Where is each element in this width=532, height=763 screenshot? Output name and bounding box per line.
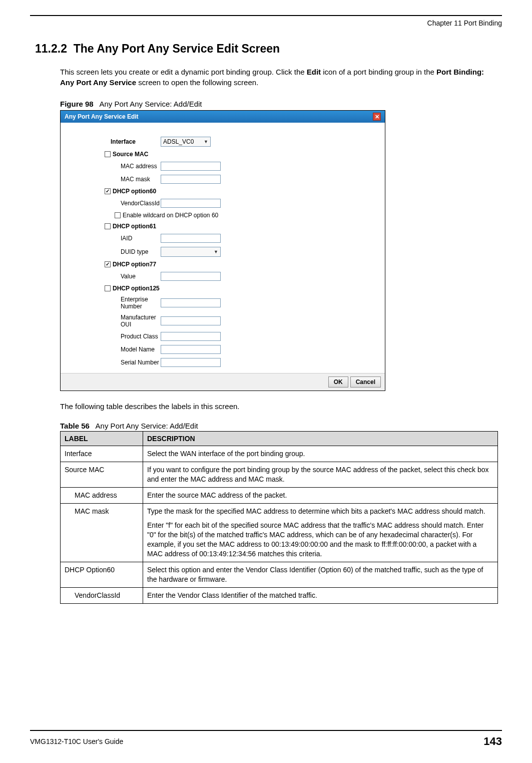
enterprise-number-input[interactable]	[161, 298, 221, 307]
enable-wildcard-label: Enable wildcard on DHCP option 60	[123, 212, 218, 219]
td-desc: Select this option and enter the Vendor …	[143, 562, 498, 588]
table-row: VendorClassId Enter the Vendor Class Ide…	[61, 587, 498, 603]
post-figure-text: The following table describes the labels…	[60, 402, 502, 411]
dhcp77-label: DHCP option77	[113, 261, 156, 268]
enterprise-number-label: Enterprise Number	[71, 296, 161, 310]
intro-t3: icon of a port binding group in the	[321, 68, 436, 76]
mac-address-input[interactable]	[161, 162, 221, 171]
chevron-down-icon: ▼	[214, 249, 218, 254]
section-number: 11.2.2	[35, 42, 67, 55]
interface-value: ADSL_VC0	[163, 138, 194, 145]
dhcp60-checkbox-row[interactable]: DHCP option60	[71, 188, 161, 195]
chevron-down-icon: ▼	[204, 139, 208, 144]
dialog-title: Any Port Any Service Edit	[65, 113, 139, 120]
table-caption: Table 56 Any Port Any Service: Add/Edit	[60, 422, 502, 430]
model-name-label: Model Name	[71, 346, 161, 353]
dialog-header: Any Port Any Service Edit ✕	[61, 111, 385, 123]
table-row: Source MAC If you want to configure the …	[61, 462, 498, 487]
dialog-footer: OK Cancel	[61, 373, 385, 391]
close-icon[interactable]: ✕	[373, 113, 381, 121]
value-input[interactable]	[161, 272, 221, 281]
manufacturer-oui-label: Manufacturer OUI	[71, 314, 161, 328]
screenshot-embed: Any Port Any Service Edit ✕ Interface AD…	[60, 110, 385, 391]
intro-bold-edit: Edit	[307, 68, 321, 76]
serial-number-label: Serial Number	[71, 359, 161, 366]
figure-title: Any Port Any Service: Add/Edit	[99, 100, 202, 108]
description-table: LABEL DESCRIPTION Interface Select the W…	[60, 431, 498, 604]
figure-label: Figure 98	[60, 100, 94, 108]
source-mac-label: Source MAC	[113, 151, 148, 158]
th-description: DESCRIPTION	[143, 432, 498, 446]
table-row: MAC address Enter the source MAC address…	[61, 487, 498, 503]
interface-label: Interface	[71, 138, 161, 145]
td-label: MAC address	[61, 487, 143, 503]
footer-guide: VMG1312-T10C User's Guide	[30, 737, 123, 745]
serial-number-input[interactable]	[161, 358, 221, 367]
td-desc: Select the WAN interface of the port bin…	[143, 446, 498, 462]
checkbox-icon[interactable]	[105, 151, 111, 157]
interface-select[interactable]: ADSL_VC0 ▼	[161, 137, 211, 147]
enable-wildcard-checkbox-row[interactable]: Enable wildcard on DHCP option 60	[71, 212, 218, 219]
intro-paragraph: This screen lets you create or edit a dy…	[60, 67, 492, 88]
vendorclassid-label: VendorClassId	[71, 200, 161, 207]
iaid-input[interactable]	[161, 234, 221, 243]
dhcp61-checkbox-row[interactable]: DHCP option61	[71, 223, 161, 230]
dhcp125-checkbox-row[interactable]: DHCP option125	[71, 285, 161, 292]
vendorclassid-input[interactable]	[161, 199, 221, 208]
td-label: MAC mask	[61, 503, 143, 562]
intro-t5: screen to open the following screen.	[136, 78, 258, 87]
chapter-header: Chapter 11 Port Binding	[30, 19, 502, 27]
product-class-label: Product Class	[71, 333, 161, 340]
mac-mask-input[interactable]	[161, 175, 221, 184]
mac-mask-label: MAC mask	[71, 176, 161, 183]
td-desc: Type the mask for the specified MAC addr…	[143, 503, 498, 562]
checkbox-icon[interactable]	[105, 223, 111, 229]
checkbox-icon[interactable]	[115, 212, 121, 218]
table-title: Any Port Any Service: Add/Edit	[96, 422, 198, 430]
th-label: LABEL	[61, 432, 143, 446]
table-row: Interface Select the WAN interface of th…	[61, 446, 498, 462]
product-class-input[interactable]	[161, 332, 221, 341]
table-row: DHCP Option60 Select this option and ent…	[61, 562, 498, 588]
model-name-input[interactable]	[161, 345, 221, 354]
td-desc-p1: Type the mask for the specified MAC addr…	[147, 507, 493, 516]
table-row: MAC mask Type the mask for the specified…	[61, 503, 498, 562]
manufacturer-oui-input[interactable]	[161, 316, 221, 325]
checkbox-icon[interactable]	[105, 261, 111, 267]
intro-t1: This screen lets you create or edit a dy…	[60, 68, 307, 76]
td-label: VendorClassId	[61, 587, 143, 603]
cancel-button[interactable]: Cancel	[350, 376, 381, 388]
page-footer: VMG1312-T10C User's Guide 143	[30, 730, 502, 748]
td-label: Source MAC	[61, 462, 143, 487]
page-number: 143	[483, 735, 502, 748]
value-label: Value	[71, 273, 161, 280]
ok-button[interactable]: OK	[328, 376, 348, 388]
mac-address-label: MAC address	[71, 163, 161, 170]
figure-caption: Figure 98 Any Port Any Service: Add/Edit	[60, 100, 502, 108]
td-desc: Enter the source MAC address of the pack…	[143, 487, 498, 503]
td-desc: Enter the Vendor Class Identifier of the…	[143, 587, 498, 603]
duid-type-label: DUID type	[71, 248, 161, 255]
dhcp77-checkbox-row[interactable]: DHCP option77	[71, 261, 161, 268]
td-label: Interface	[61, 446, 143, 462]
dhcp60-label: DHCP option60	[113, 188, 156, 195]
dhcp61-label: DHCP option61	[113, 223, 156, 230]
section-heading: 11.2.2 The Any Port Any Service Edit Scr…	[35, 42, 502, 56]
section-title: The Any Port Any Service Edit Screen	[74, 42, 280, 55]
table-label: Table 56	[60, 422, 90, 430]
duid-type-select[interactable]: ▼	[161, 247, 221, 257]
td-desc: If you want to configure the port bindin…	[143, 462, 498, 487]
source-mac-checkbox-row[interactable]: Source MAC	[71, 151, 161, 158]
iaid-label: IAID	[71, 235, 161, 242]
checkbox-icon[interactable]	[105, 285, 111, 291]
td-desc-p2: Enter "f" for each bit of the specified …	[147, 521, 493, 559]
dhcp125-label: DHCP option125	[113, 285, 160, 292]
checkbox-icon[interactable]	[105, 188, 111, 194]
td-label: DHCP Option60	[61, 562, 143, 588]
